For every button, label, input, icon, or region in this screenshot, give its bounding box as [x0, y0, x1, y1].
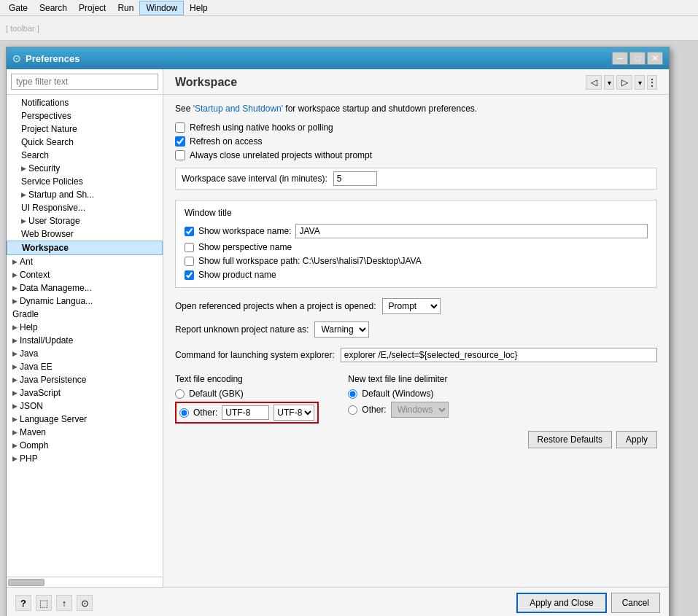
close-button[interactable]: ✕ [647, 52, 663, 65]
forward-icon[interactable]: ▷ [616, 75, 632, 90]
save-interval-input[interactable] [333, 171, 377, 186]
help-icon[interactable]: ? [15, 595, 31, 611]
menu-window[interactable]: Window [139, 1, 184, 15]
tree-item-search[interactable]: Search [7, 149, 163, 162]
restore-defaults-button[interactable]: Restore Defaults [528, 431, 612, 448]
tree-arrow: ▶ [12, 416, 18, 423]
menu-run[interactable]: Run [112, 1, 139, 15]
tree-arrow: ▶ [12, 363, 18, 370]
show-product-name-checkbox[interactable] [185, 270, 194, 280]
cancel-button[interactable]: Cancel [611, 593, 660, 613]
close-unrelated-label: Always close unrelated projects without … [190, 150, 372, 160]
newline-group: New text file line delimiter Default (Wi… [348, 374, 448, 424]
apply-button[interactable]: Apply [616, 431, 657, 448]
show-perspective-checkbox[interactable] [185, 243, 194, 252]
tree-arrow: ▶ [21, 165, 26, 172]
tree-item-ant[interactable]: ▶ Ant [7, 255, 163, 268]
tree-item-java[interactable]: ▶ Java [7, 347, 163, 360]
tree-item-user-storage[interactable]: ▶ User Storage [7, 214, 163, 227]
tree-label: Help [20, 322, 38, 332]
tree-arrow: ▶ [12, 429, 18, 436]
encoding-default-label: Default (GBK) [189, 389, 244, 399]
tree-label: Perspectives [21, 111, 71, 121]
encoding-select[interactable]: UTF-8 GBK [274, 405, 314, 421]
workspace-name-input[interactable] [295, 224, 648, 238]
tree-item-project-nature[interactable]: Project Nature [7, 122, 163, 136]
tree-item-web-browser[interactable]: Web Browser [7, 227, 163, 241]
dialog-titlebar: ⊙ Preferences ─ □ ✕ [7, 47, 669, 69]
tree-item-context[interactable]: ▶ Context [7, 268, 163, 281]
filter-input[interactable] [11, 74, 158, 90]
back-icon[interactable]: ◁ [586, 75, 602, 90]
newline-default-label: Default (Windows) [362, 389, 433, 399]
report-unknown-select[interactable]: Warning Error Info [314, 321, 369, 338]
menu-help[interactable]: Help [184, 1, 214, 15]
menu-search[interactable]: Search [34, 1, 73, 15]
tree-item-ui-responsive[interactable]: UI Responsive... [7, 201, 163, 214]
tree-item-php[interactable]: ▶ PHP [7, 452, 163, 465]
encoding-other-radio[interactable] [179, 408, 189, 418]
tree-item-json[interactable]: ▶ JSON [7, 399, 163, 413]
tree-label: User Storage [28, 216, 80, 226]
close-unrelated-checkbox[interactable] [175, 150, 185, 160]
tree-item-security[interactable]: ▶ Security [7, 162, 163, 175]
refresh-access-label: Refresh on access [190, 136, 262, 147]
show-workspace-name-checkbox[interactable] [185, 227, 194, 236]
tree-item-perspectives[interactable]: Perspectives [7, 109, 163, 122]
tree-label: Notifications [21, 98, 69, 108]
tree-item-maven[interactable]: ▶ Maven [7, 426, 163, 439]
encoding-other-input[interactable] [222, 405, 269, 420]
newline-default-radio[interactable] [348, 389, 357, 399]
tree-arrow: ▶ [12, 455, 18, 462]
link-icon[interactable]: ⊙ [77, 595, 93, 611]
maximize-button[interactable]: □ [629, 52, 645, 65]
tree-item-java-persistence[interactable]: ▶ Java Persistence [7, 373, 163, 386]
menu-gate[interactable]: Gate [3, 1, 34, 15]
dropdown-icon[interactable]: ▾ [604, 75, 614, 90]
refresh-native-checkbox[interactable] [175, 122, 185, 133]
minimize-button[interactable]: ─ [612, 52, 628, 65]
tree-item-workspace[interactable]: Workspace [7, 241, 163, 255]
dialog-footer: ? ⬚ ↑ ⊙ Apply and Close Cancel [7, 587, 669, 616]
import-icon[interactable]: ↑ [56, 595, 72, 611]
tree-arrow: ▶ [21, 217, 26, 225]
tree-item-oomph[interactable]: ▶ Oomph [7, 439, 163, 452]
tree-label: Install/Update [20, 335, 73, 346]
apply-close-button[interactable]: Apply and Close [516, 593, 606, 613]
more-icon[interactable]: ⋮ [647, 75, 657, 90]
open-ref-select[interactable]: Prompt Always Never [382, 298, 441, 314]
newline-other-radio[interactable] [348, 405, 357, 415]
newline-select[interactable]: Windows Unix Mac [391, 402, 449, 418]
left-panel: Notifications Perspectives Project Natur… [7, 69, 163, 587]
show-full-path-checkbox[interactable] [185, 257, 194, 266]
tree-item-data-mgmt[interactable]: ▶ Data Manageme... [7, 281, 163, 295]
startup-link[interactable]: 'Startup and Shutdown' [193, 104, 283, 114]
tree-item-dynamic-lang[interactable]: ▶ Dynamic Langua... [7, 295, 163, 308]
export-icon[interactable]: ⬚ [36, 595, 52, 611]
tree-item-startup[interactable]: ▶ Startup and Sh... [7, 188, 163, 201]
encoding-default-radio[interactable] [175, 389, 185, 399]
tree-arrow: ▶ [12, 376, 18, 383]
tree-item-javascript[interactable]: ▶ JavaScript [7, 386, 163, 399]
tree-label: Security [28, 163, 60, 174]
tree-label: Java [20, 348, 38, 359]
tree-item-gradle[interactable]: Gradle [7, 308, 163, 321]
tree-item-language-server[interactable]: ▶ Language Server [7, 413, 163, 426]
refresh-access-checkbox[interactable] [175, 136, 185, 147]
tree-item-help[interactable]: ▶ Help [7, 321, 163, 334]
toolbar-area: [ toolbar ] [6, 24, 39, 33]
menu-project[interactable]: Project [73, 1, 112, 15]
tree-item-quick-search[interactable]: Quick Search [7, 136, 163, 149]
window-title-label: Window title [185, 208, 648, 218]
tree-item-notifications[interactable]: Notifications [7, 96, 163, 109]
tree-label: Language Server [20, 414, 87, 424]
tree-arrow: ▶ [12, 389, 18, 397]
dropdown2-icon[interactable]: ▾ [635, 75, 645, 90]
cmd-input[interactable] [341, 348, 657, 362]
section-title: Workspace [175, 76, 237, 89]
tree-arrow: ▶ [12, 337, 18, 344]
tree-item-java-ee[interactable]: ▶ Java EE [7, 360, 163, 373]
dialog-title: Preferences [26, 53, 80, 64]
tree-item-service-policies[interactable]: Service Policies [7, 175, 163, 188]
tree-item-install-update[interactable]: ▶ Install/Update [7, 334, 163, 347]
